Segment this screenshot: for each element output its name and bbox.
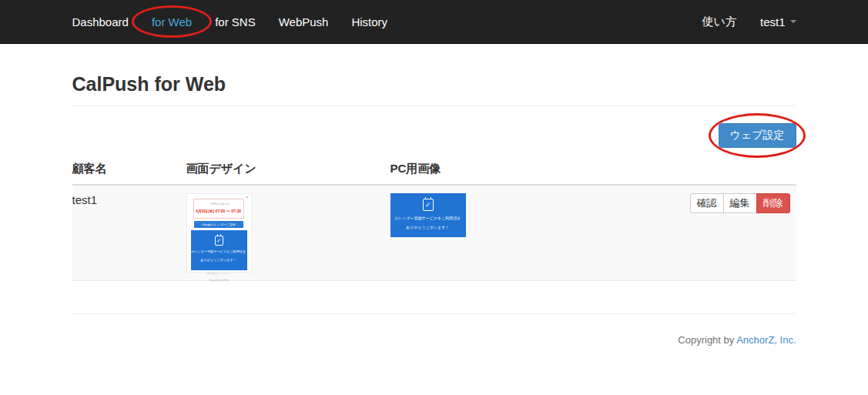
delete-button[interactable]: 削除: [756, 193, 790, 213]
nav-item-history[interactable]: History: [340, 0, 399, 43]
header-customer-name: 顧客名: [72, 156, 180, 185]
nav-item-for-sns[interactable]: for SNS: [203, 0, 267, 43]
user-dropdown-toggle[interactable]: test1: [749, 0, 796, 43]
preview-notice-box: ご予約のお知らせ 6月8日(木) 07:00 〜 07:30: [193, 199, 244, 219]
nav-item-for-web-label: for Web: [152, 15, 192, 28]
preview-thanks-panel: ✓ カレンダー登録サービスをご利用頂き ありがとうございます！: [191, 230, 247, 270]
header-screen-design: 画面デザイン: [180, 156, 384, 185]
pc-image-preview: ✓ カレンダー登録サービスをご利用頂き ありがとうございます！: [390, 193, 466, 237]
company-link[interactable]: AnchorZ, Inc.: [736, 334, 796, 346]
table-row: test1 × ご予約のお知らせ 6月8日(木) 07:00 〜 07:30 G…: [72, 185, 796, 281]
calendar-check-icon: ✓: [423, 199, 434, 211]
toolbar: ウェブ設定: [72, 106, 796, 148]
customer-name-cell: test1: [72, 185, 180, 281]
confirm-button[interactable]: 確認: [690, 193, 724, 213]
chevron-down-icon: [790, 20, 796, 23]
close-icon: ×: [246, 195, 249, 199]
customers-table: 顧客名 画面デザイン PC用画像 test1 × ご予約のお知らせ 6月8日(木…: [72, 156, 796, 281]
nav-item-for-web[interactable]: for Web: [140, 0, 203, 43]
page-title: CalPush for Web: [72, 73, 796, 95]
copyright-text: Copyright by: [678, 334, 736, 346]
edit-button[interactable]: 編集: [723, 193, 757, 213]
footer: Copyright by AnchorZ, Inc.: [72, 314, 796, 346]
preview-gcal-button: Googleカレンダーに登録: [194, 221, 243, 228]
main-nav: Dashboard for Web for SNS WebPush Histor…: [72, 0, 400, 43]
web-settings-button[interactable]: ウェブ設定: [719, 123, 796, 148]
nav-item-help[interactable]: 使い方: [691, 0, 749, 43]
table-header-row: 顧客名 画面デザイン PC用画像: [72, 156, 796, 185]
header-pc-image: PC用画像: [384, 156, 665, 185]
header-actions: [665, 156, 796, 185]
pc-image-cell: ✓ カレンダー登録サービスをご利用頂き ありがとうございます！: [384, 185, 665, 281]
screen-design-cell: × ご予約のお知らせ 6月8日(木) 07:00 〜 07:30 Googleカ…: [180, 185, 384, 281]
user-name-label: test1: [760, 15, 786, 28]
screen-design-preview: × ご予約のお知らせ 6月8日(木) 07:00 〜 07:30 Googleカ…: [186, 193, 252, 273]
row-actions: 確認 編集 削除: [690, 193, 790, 213]
top-navbar: Dashboard for Web for SNS WebPush Histor…: [0, 0, 868, 44]
calendar-check-icon: ✓: [215, 236, 223, 246]
nav-item-dashboard[interactable]: Dashboard: [72, 0, 140, 43]
nav-item-webpush[interactable]: WebPush: [267, 0, 340, 43]
actions-cell: 確認 編集 削除: [665, 185, 796, 281]
user-nav: 使い方 test1: [691, 0, 796, 43]
main-content: CalPush for Web ウェブ設定 顧客名 画面デザイン PC用画像 t…: [61, 73, 808, 346]
